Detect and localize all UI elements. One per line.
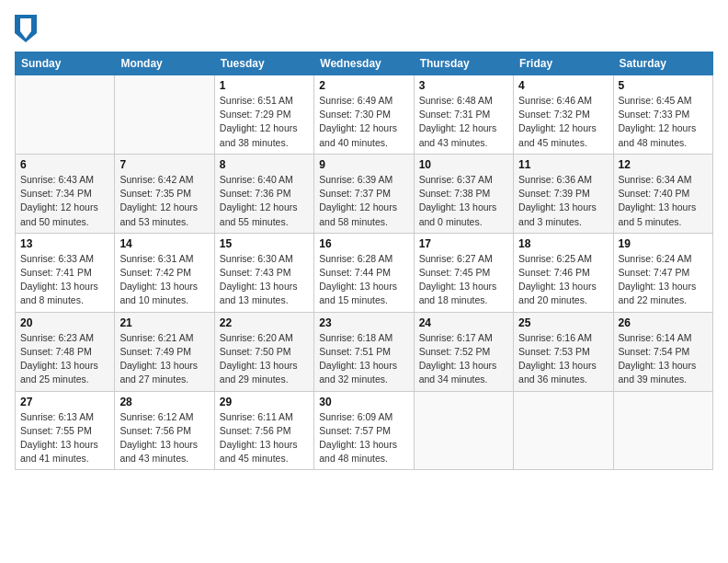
calendar-day-cell: 8Sunrise: 6:40 AM Sunset: 7:36 PM Daylig…: [214, 154, 313, 233]
day-info: Sunrise: 6:27 AM Sunset: 7:45 PM Dayligh…: [419, 252, 508, 308]
day-info: Sunrise: 6:31 AM Sunset: 7:42 PM Dayligh…: [119, 252, 209, 308]
day-number: 27: [20, 396, 109, 408]
day-info: Sunrise: 6:46 AM Sunset: 7:32 PM Dayligh…: [518, 94, 608, 150]
day-info: Sunrise: 6:16 AM Sunset: 7:53 PM Dayligh…: [518, 331, 608, 387]
day-info: Sunrise: 6:09 AM Sunset: 7:57 PM Dayligh…: [319, 410, 408, 466]
day-number: 11: [518, 158, 608, 171]
calendar-day-cell: 29Sunrise: 6:11 AM Sunset: 7:56 PM Dayli…: [214, 391, 313, 470]
calendar-day-cell: 10Sunrise: 6:37 AM Sunset: 7:38 PM Dayli…: [414, 154, 513, 233]
day-number: 12: [619, 158, 708, 171]
day-info: Sunrise: 6:49 AM Sunset: 7:30 PM Dayligh…: [319, 94, 408, 150]
day-info: Sunrise: 6:45 AM Sunset: 7:33 PM Dayligh…: [619, 94, 708, 150]
page-header: [15, 15, 713, 42]
calendar-day-cell: 23Sunrise: 6:18 AM Sunset: 7:51 PM Dayli…: [314, 312, 414, 391]
day-info: Sunrise: 6:48 AM Sunset: 7:31 PM Dayligh…: [419, 94, 508, 150]
calendar-day-cell: 25Sunrise: 6:16 AM Sunset: 7:53 PM Dayli…: [514, 312, 613, 391]
day-number: 28: [119, 396, 209, 408]
day-number: 13: [20, 237, 109, 250]
calendar-week-row: 27Sunrise: 6:13 AM Sunset: 7:55 PM Dayli…: [16, 391, 713, 470]
day-info: Sunrise: 6:30 AM Sunset: 7:43 PM Dayligh…: [220, 252, 309, 308]
calendar-day-cell: 6Sunrise: 6:43 AM Sunset: 7:34 PM Daylig…: [16, 154, 115, 233]
calendar-week-row: 6Sunrise: 6:43 AM Sunset: 7:34 PM Daylig…: [16, 154, 713, 233]
day-info: Sunrise: 6:36 AM Sunset: 7:39 PM Dayligh…: [518, 173, 608, 229]
day-number: 10: [419, 158, 508, 171]
calendar-day-cell: 28Sunrise: 6:12 AM Sunset: 7:56 PM Dayli…: [115, 391, 214, 470]
day-number: 24: [419, 316, 508, 329]
calendar-day-cell: [115, 75, 214, 155]
calendar-day-cell: 17Sunrise: 6:27 AM Sunset: 7:45 PM Dayli…: [414, 233, 513, 312]
day-info: Sunrise: 6:11 AM Sunset: 7:56 PM Dayligh…: [220, 410, 309, 466]
day-info: Sunrise: 6:14 AM Sunset: 7:54 PM Dayligh…: [619, 331, 708, 387]
calendar-day-cell: 12Sunrise: 6:34 AM Sunset: 7:40 PM Dayli…: [613, 154, 712, 233]
calendar-day-cell: 13Sunrise: 6:33 AM Sunset: 7:41 PM Dayli…: [16, 233, 115, 312]
day-number: 26: [619, 316, 708, 329]
day-info: Sunrise: 6:42 AM Sunset: 7:35 PM Dayligh…: [119, 173, 209, 229]
day-number: 3: [419, 79, 508, 92]
calendar-day-cell: 16Sunrise: 6:28 AM Sunset: 7:44 PM Dayli…: [314, 233, 414, 312]
calendar-week-row: 1Sunrise: 6:51 AM Sunset: 7:29 PM Daylig…: [16, 75, 713, 155]
day-number: 29: [220, 396, 309, 408]
calendar-day-cell: 14Sunrise: 6:31 AM Sunset: 7:42 PM Dayli…: [115, 233, 214, 312]
day-number: 17: [419, 237, 508, 250]
calendar-day-cell: 26Sunrise: 6:14 AM Sunset: 7:54 PM Dayli…: [613, 312, 712, 391]
day-number: 4: [518, 79, 608, 92]
logo-icon: [15, 15, 37, 42]
day-info: Sunrise: 6:39 AM Sunset: 7:37 PM Dayligh…: [319, 173, 408, 229]
day-info: Sunrise: 6:17 AM Sunset: 7:52 PM Dayligh…: [419, 331, 508, 387]
calendar-day-cell: 18Sunrise: 6:25 AM Sunset: 7:46 PM Dayli…: [514, 233, 613, 312]
calendar-header-row: SundayMondayTuesdayWednesdayThursdayFrid…: [16, 52, 713, 75]
day-number: 15: [220, 237, 309, 250]
day-info: Sunrise: 6:40 AM Sunset: 7:36 PM Dayligh…: [220, 173, 309, 229]
day-number: 9: [319, 158, 408, 171]
day-number: 6: [20, 158, 109, 171]
day-of-week-header: Tuesday: [214, 52, 313, 75]
day-info: Sunrise: 6:23 AM Sunset: 7:48 PM Dayligh…: [20, 331, 109, 387]
calendar-day-cell: 1Sunrise: 6:51 AM Sunset: 7:29 PM Daylig…: [214, 75, 313, 155]
day-number: 16: [319, 237, 408, 250]
calendar-day-cell: 5Sunrise: 6:45 AM Sunset: 7:33 PM Daylig…: [613, 75, 712, 155]
day-info: Sunrise: 6:37 AM Sunset: 7:38 PM Dayligh…: [419, 173, 508, 229]
day-info: Sunrise: 6:21 AM Sunset: 7:49 PM Dayligh…: [119, 331, 209, 387]
calendar-day-cell: [514, 391, 613, 470]
calendar-day-cell: 19Sunrise: 6:24 AM Sunset: 7:47 PM Dayli…: [613, 233, 712, 312]
day-info: Sunrise: 6:24 AM Sunset: 7:47 PM Dayligh…: [619, 252, 708, 308]
day-number: 5: [619, 79, 708, 92]
day-info: Sunrise: 6:28 AM Sunset: 7:44 PM Dayligh…: [319, 252, 408, 308]
day-number: 7: [119, 158, 209, 171]
day-number: 20: [20, 316, 109, 329]
day-of-week-header: Wednesday: [314, 52, 414, 75]
calendar-day-cell: 15Sunrise: 6:30 AM Sunset: 7:43 PM Dayli…: [214, 233, 313, 312]
day-info: Sunrise: 6:20 AM Sunset: 7:50 PM Dayligh…: [220, 331, 309, 387]
calendar-day-cell: 2Sunrise: 6:49 AM Sunset: 7:30 PM Daylig…: [314, 75, 414, 155]
day-info: Sunrise: 6:13 AM Sunset: 7:55 PM Dayligh…: [20, 410, 109, 466]
calendar-day-cell: 4Sunrise: 6:46 AM Sunset: 7:32 PM Daylig…: [514, 75, 613, 155]
calendar-day-cell: 27Sunrise: 6:13 AM Sunset: 7:55 PM Dayli…: [16, 391, 115, 470]
logo: [15, 15, 40, 42]
day-of-week-header: Sunday: [16, 52, 115, 75]
day-of-week-header: Friday: [514, 52, 613, 75]
calendar-day-cell: [414, 391, 513, 470]
day-number: 2: [319, 79, 408, 92]
day-number: 30: [319, 396, 408, 408]
day-info: Sunrise: 6:34 AM Sunset: 7:40 PM Dayligh…: [619, 173, 708, 229]
day-number: 8: [220, 158, 309, 171]
day-info: Sunrise: 6:51 AM Sunset: 7:29 PM Dayligh…: [220, 94, 309, 150]
day-of-week-header: Saturday: [613, 52, 712, 75]
day-number: 25: [518, 316, 608, 329]
calendar-day-cell: 24Sunrise: 6:17 AM Sunset: 7:52 PM Dayli…: [414, 312, 513, 391]
calendar-day-cell: 11Sunrise: 6:36 AM Sunset: 7:39 PM Dayli…: [514, 154, 613, 233]
calendar-day-cell: 30Sunrise: 6:09 AM Sunset: 7:57 PM Dayli…: [314, 391, 414, 470]
calendar-week-row: 20Sunrise: 6:23 AM Sunset: 7:48 PM Dayli…: [16, 312, 713, 391]
calendar-week-row: 13Sunrise: 6:33 AM Sunset: 7:41 PM Dayli…: [16, 233, 713, 312]
day-number: 1: [220, 79, 309, 92]
calendar-day-cell: 3Sunrise: 6:48 AM Sunset: 7:31 PM Daylig…: [414, 75, 513, 155]
day-info: Sunrise: 6:18 AM Sunset: 7:51 PM Dayligh…: [319, 331, 408, 387]
calendar-day-cell: [613, 391, 712, 470]
day-info: Sunrise: 6:12 AM Sunset: 7:56 PM Dayligh…: [119, 410, 209, 466]
calendar-day-cell: 9Sunrise: 6:39 AM Sunset: 7:37 PM Daylig…: [314, 154, 414, 233]
calendar-table: SundayMondayTuesdayWednesdayThursdayFrid…: [15, 52, 713, 470]
day-number: 19: [619, 237, 708, 250]
day-of-week-header: Monday: [115, 52, 214, 75]
calendar-day-cell: 22Sunrise: 6:20 AM Sunset: 7:50 PM Dayli…: [214, 312, 313, 391]
day-info: Sunrise: 6:25 AM Sunset: 7:46 PM Dayligh…: [518, 252, 608, 308]
